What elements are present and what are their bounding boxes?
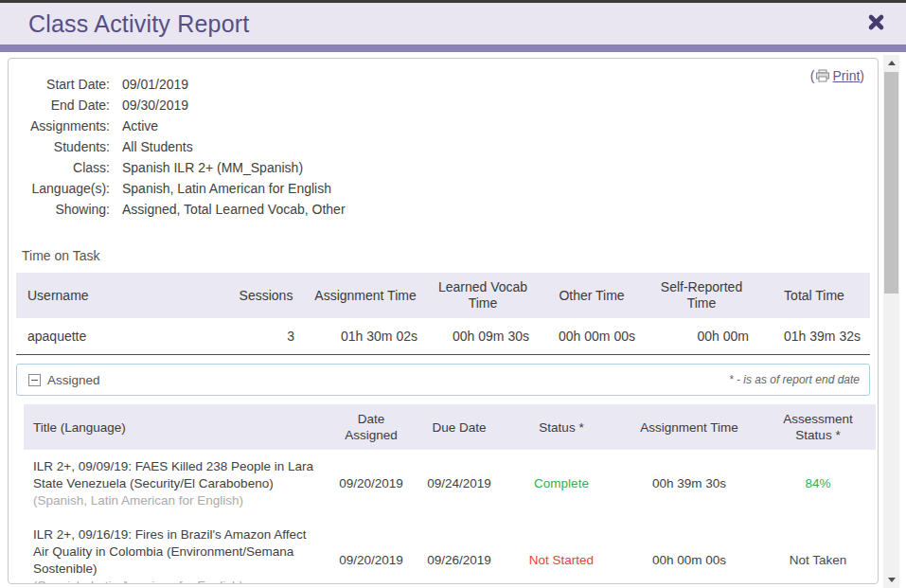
- assessment-status: Not Taken: [760, 518, 876, 584]
- col-title-language: Title (Language): [24, 404, 329, 450]
- meta-label: Assignments:: [16, 116, 110, 136]
- status-badge: Complete: [505, 450, 618, 518]
- time-on-task-heading: Time on Task: [22, 248, 870, 263]
- cell-date-assigned: 09/20/2019: [329, 518, 414, 584]
- meta-row-showing: Showing: Assigned, Total Learned Vocab, …: [16, 199, 870, 220]
- scroll-up-icon: [888, 61, 896, 65]
- print-suffix: ): [860, 68, 864, 83]
- printer-icon: [815, 69, 830, 85]
- scroll-down-button[interactable]: [883, 572, 899, 588]
- scrollbar-thumb[interactable]: [884, 72, 898, 294]
- meta-row-assignments: Assignments: Active: [16, 116, 870, 136]
- cell-due-date: 09/26/2019: [414, 518, 505, 584]
- assignment-language: (Spanish, Latin American for English): [33, 492, 323, 509]
- assigned-collapse-toggle[interactable]: Assigned: [28, 373, 100, 387]
- time-on-task-header-row: Username Sessions Assignment Time Learne…: [16, 273, 870, 318]
- cell-learned-vocab-time: 00h 09m 30s: [427, 318, 539, 355]
- collapse-minus-icon: [28, 374, 41, 386]
- meta-value: Spanish, Latin American for English: [122, 178, 331, 199]
- assessment-status: 84%: [760, 450, 876, 518]
- assigned-section-header: Assigned * - is as of report end date: [16, 364, 870, 396]
- meta-label: Class:: [16, 157, 110, 178]
- assignment-title: ILR 2+, 09/09/19: FAES Killed 238 People…: [33, 458, 323, 492]
- col-learned-vocab-time: Learned Vocab Time: [427, 273, 539, 318]
- assignments-header-row: Title (Language) Date Assigned Due Date …: [24, 404, 876, 450]
- cell-assignment-time: 00h 00m 00s: [618, 518, 760, 584]
- table-row: apaquette 3 01h 30m 02s 00h 09m 30s 00h …: [16, 318, 870, 355]
- report-end-date-note: * - is as of report end date: [729, 373, 860, 386]
- assignment-title: ILR 2+, 09/16/19: Fires in Brazil's Amaz…: [33, 526, 323, 578]
- cell-assignment-title: ILR 2+, 09/16/19: Fires in Brazil's Amaz…: [24, 518, 329, 584]
- dialog-content: (Print) Start Date: 09/01/2019 End Date:…: [0, 52, 906, 588]
- meta-row-start-date: Start Date: 09/01/2019: [16, 74, 870, 95]
- col-other-time: Other Time: [539, 273, 645, 318]
- meta-label: Language(s):: [16, 178, 110, 199]
- meta-row-end-date: End Date: 09/30/2019: [16, 95, 870, 116]
- close-icon: [867, 13, 885, 35]
- report-panel: (Print) Start Date: 09/01/2019 End Date:…: [8, 58, 879, 584]
- scroll-up-button[interactable]: [883, 55, 899, 71]
- meta-value: 09/01/2019: [122, 74, 188, 95]
- col-username: Username: [16, 273, 228, 318]
- meta-value: Assigned, Total Learned Vocab, Other: [122, 199, 346, 220]
- meta-row-students: Students: All Students: [16, 136, 870, 157]
- class-activity-report-dialog: Class Activity Report (Print) Start Date…: [0, 0, 906, 588]
- col-sessions: Sessions: [228, 273, 304, 318]
- status-badge: Not Started: [505, 518, 618, 584]
- assignments-table: Title (Language) Date Assigned Due Date …: [24, 404, 876, 584]
- vertical-scrollbar[interactable]: [883, 55, 899, 588]
- cell-username: apaquette: [16, 318, 228, 355]
- meta-value: Active: [122, 116, 158, 136]
- col-status: Status *: [505, 404, 618, 450]
- col-date-assigned: Date Assigned: [329, 404, 414, 450]
- meta-label: End Date:: [16, 95, 110, 116]
- cell-assignment-time: 00h 39m 30s: [618, 450, 760, 518]
- col-assignment-time: Assignment Time: [304, 273, 427, 318]
- assignment-language: (Spanish, Latin American for English): [33, 578, 323, 584]
- meta-label: Start Date:: [16, 74, 110, 95]
- table-row: ILR 2+, 09/09/19: FAES Killed 238 People…: [24, 450, 876, 518]
- time-on-task-table: Username Sessions Assignment Time Learne…: [16, 273, 870, 355]
- print-link-row: (Print): [810, 68, 864, 85]
- scroll-down-icon: [888, 578, 896, 582]
- col-self-reported-time: Self-Reported Time: [645, 273, 758, 318]
- cell-self-reported-time: 00h 00m: [645, 318, 758, 355]
- col-assessment-status: Assessment Status *: [760, 404, 876, 450]
- assigned-section-label: Assigned: [47, 373, 100, 387]
- meta-row-languages: Language(s): Spanish, Latin American for…: [16, 178, 870, 199]
- meta-label: Showing:: [16, 199, 110, 220]
- cell-date-assigned: 09/20/2019: [329, 450, 414, 518]
- cell-assignment-time: 01h 30m 02s: [304, 318, 427, 355]
- close-button[interactable]: [867, 13, 885, 35]
- meta-label: Students:: [16, 136, 110, 157]
- page-title: Class Activity Report: [28, 10, 249, 38]
- cell-due-date: 09/24/2019: [414, 450, 505, 518]
- cell-sessions: 3: [228, 318, 304, 355]
- dialog-titlebar: Class Activity Report: [0, 0, 906, 45]
- cell-assignment-title: ILR 2+, 09/09/19: FAES Killed 238 People…: [24, 450, 329, 518]
- meta-value: All Students: [122, 136, 193, 157]
- col-assignment-time: Assignment Time: [618, 404, 760, 450]
- accent-bar: [0, 45, 906, 52]
- meta-value: Spanish ILR 2+ (MM_Spanish): [122, 157, 303, 178]
- cell-other-time: 00h 00m 00s: [539, 318, 645, 355]
- cell-total-time: 01h 39m 32s: [758, 318, 870, 355]
- table-row: ILR 2+, 09/16/19: Fires in Brazil's Amaz…: [24, 518, 876, 584]
- meta-value: 09/30/2019: [122, 95, 188, 116]
- meta-row-class: Class: Spanish ILR 2+ (MM_Spanish): [16, 157, 870, 178]
- col-due-date: Due Date: [414, 404, 505, 450]
- print-link[interactable]: Print: [833, 68, 861, 83]
- report-metadata: Start Date: 09/01/2019 End Date: 09/30/2…: [16, 74, 870, 220]
- col-total-time: Total Time: [758, 273, 870, 318]
- assignments-table-wrap: Title (Language) Date Assigned Due Date …: [24, 404, 876, 584]
